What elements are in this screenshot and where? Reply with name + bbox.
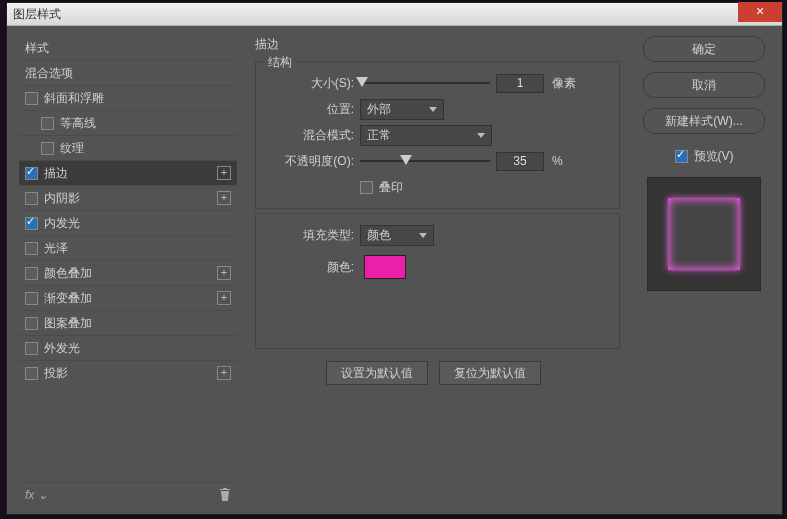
checkbox[interactable]	[25, 217, 38, 230]
item-pattern-overlay[interactable]: 图案叠加	[19, 310, 237, 335]
checkbox[interactable]	[25, 342, 38, 355]
color-swatch[interactable]	[364, 255, 406, 279]
blend-options[interactable]: 混合选项	[19, 60, 237, 85]
checkbox[interactable]	[25, 167, 38, 180]
checkbox[interactable]	[25, 367, 38, 380]
right-panel: 确定 取消 新建样式(W)... 预览(V)	[638, 36, 770, 507]
arrow-icon[interactable]: ⌄	[38, 488, 48, 502]
item-outer-glow[interactable]: 外发光	[19, 335, 237, 360]
item-drop-shadow[interactable]: 投影+	[19, 360, 237, 385]
add-icon[interactable]: +	[217, 266, 231, 280]
overprint-checkbox[interactable]	[360, 181, 373, 194]
blendmode-select[interactable]: 正常	[360, 125, 492, 146]
checkbox[interactable]	[25, 317, 38, 330]
add-icon[interactable]: +	[217, 366, 231, 380]
filltype-label: 填充类型:	[266, 227, 360, 244]
item-gradient-overlay[interactable]: 渐变叠加+	[19, 285, 237, 310]
stroke-panel: 描边 结构 大小(S): 1 像素 位置: 外部 混合模式: 正常 不透明度(O…	[255, 36, 620, 507]
close-button[interactable]: ×	[738, 2, 782, 22]
item-satin[interactable]: 光泽	[19, 235, 237, 260]
item-inner-shadow[interactable]: 内阴影+	[19, 185, 237, 210]
blendmode-label: 混合模式:	[266, 127, 360, 144]
size-unit: 像素	[552, 75, 576, 92]
group-title: 结构	[264, 54, 296, 71]
section-title: 描边	[255, 36, 620, 53]
add-icon[interactable]: +	[217, 291, 231, 305]
overprint-label: 叠印	[379, 179, 403, 196]
structure-group: 结构 大小(S): 1 像素 位置: 外部 混合模式: 正常 不透明度(O): …	[255, 61, 620, 209]
item-contour[interactable]: 等高线	[19, 110, 237, 135]
item-stroke[interactable]: 描边+	[19, 160, 237, 185]
trash-icon[interactable]	[219, 488, 231, 502]
opacity-input[interactable]: 35	[496, 152, 544, 171]
opacity-slider[interactable]	[360, 154, 490, 168]
fx-footer: fx ⌄	[19, 482, 237, 507]
size-slider[interactable]	[360, 76, 490, 90]
preview-checkbox[interactable]	[675, 150, 688, 163]
item-color-overlay[interactable]: 颜色叠加+	[19, 260, 237, 285]
checkbox[interactable]	[41, 117, 54, 130]
position-select[interactable]: 外部	[360, 99, 444, 120]
color-label: 颜色:	[266, 259, 360, 276]
preview-box	[647, 177, 761, 291]
size-input[interactable]: 1	[496, 74, 544, 93]
item-bevel[interactable]: 斜面和浮雕	[19, 85, 237, 110]
reset-default-button[interactable]: 复位为默认值	[439, 361, 541, 385]
styles-header[interactable]: 样式	[19, 36, 237, 60]
checkbox[interactable]	[25, 192, 38, 205]
add-icon[interactable]: +	[217, 191, 231, 205]
position-label: 位置:	[266, 101, 360, 118]
item-texture[interactable]: 纹理	[19, 135, 237, 160]
new-style-button[interactable]: 新建样式(W)...	[643, 108, 765, 134]
preview-label: 预览(V)	[694, 148, 734, 165]
checkbox[interactable]	[25, 292, 38, 305]
styles-list: 样式 混合选项 斜面和浮雕 等高线 纹理 描边+ 内阴影+ 内发光 光泽 颜色叠…	[19, 36, 237, 507]
add-icon[interactable]: +	[217, 166, 231, 180]
preview-swatch	[668, 198, 740, 270]
checkbox[interactable]	[25, 267, 38, 280]
checkbox[interactable]	[41, 142, 54, 155]
fx-label[interactable]: fx	[25, 488, 34, 502]
filltype-select[interactable]: 颜色	[360, 225, 434, 246]
layer-style-window: 图层样式 × 样式 混合选项 斜面和浮雕 等高线 纹理 描边+ 内阴影+ 内发光…	[6, 2, 783, 515]
fill-group: 填充类型: 颜色 颜色:	[255, 213, 620, 349]
size-label: 大小(S):	[266, 75, 360, 92]
titlebar[interactable]: 图层样式 ×	[7, 3, 782, 26]
window-title: 图层样式	[13, 6, 61, 23]
item-inner-glow[interactable]: 内发光	[19, 210, 237, 235]
checkbox[interactable]	[25, 242, 38, 255]
make-default-button[interactable]: 设置为默认值	[326, 361, 428, 385]
checkbox[interactable]	[25, 92, 38, 105]
opacity-unit: %	[552, 154, 563, 168]
opacity-label: 不透明度(O):	[266, 153, 360, 170]
cancel-button[interactable]: 取消	[643, 72, 765, 98]
ok-button[interactable]: 确定	[643, 36, 765, 62]
